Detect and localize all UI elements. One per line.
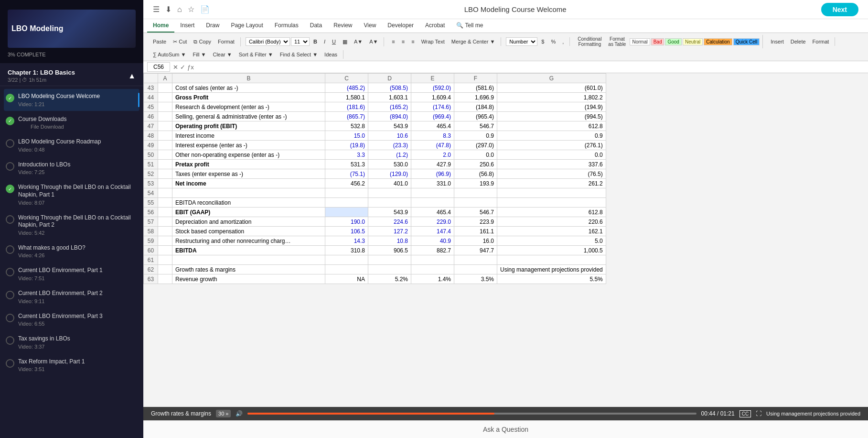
paste-button[interactable]: Paste [150, 37, 169, 46]
cell-g-43[interactable]: (601.0) [497, 83, 606, 93]
lesson-item-1[interactable]: Course Downloads File Download [4, 112, 139, 134]
cell-b-56[interactable]: EBIT (GAAP) [172, 208, 325, 217]
fill-color-button[interactable]: A▼ [351, 37, 365, 46]
bold-button[interactable]: B [311, 37, 320, 46]
cell-e-56[interactable]: 465.4 [411, 208, 454, 217]
format-cells-button[interactable]: Format [810, 37, 832, 46]
cell-b-44[interactable]: Gross Profit [172, 93, 325, 102]
confirm-formula-icon[interactable]: ✓ [180, 64, 185, 71]
cell-f-44[interactable]: 1,696.9 [454, 93, 497, 102]
cell-a-61[interactable] [158, 255, 172, 265]
cell-a-53[interactable] [158, 179, 172, 188]
tab-tell-me[interactable]: 🔍 Tell me [450, 19, 489, 33]
lesson-item-11[interactable]: Tax Reform Impact, Part 1 Video: 3:51 [4, 354, 139, 376]
cell-f-51[interactable]: 250.6 [454, 160, 497, 169]
cell-e-52[interactable]: (96.9) [411, 169, 454, 179]
download-icon[interactable]: ⬇ [165, 5, 171, 14]
cell-a-55[interactable] [158, 198, 172, 208]
insert-function-icon[interactable]: ƒx [187, 64, 194, 71]
format-as-table-button[interactable]: Formatas Table [605, 35, 629, 48]
cell-g-50[interactable]: 0.0 [497, 150, 606, 160]
number-format-select[interactable]: Number [506, 37, 537, 46]
cell-g-62[interactable]: Using management projections provided [497, 265, 606, 274]
tab-page-layout[interactable]: Page Layout [225, 19, 268, 33]
cell-f-43[interactable]: (581.6) [454, 83, 497, 93]
cell-g-51[interactable]: 337.6 [497, 160, 606, 169]
lesson-item-6[interactable]: What makes a good LBO? Video: 4:26 [4, 241, 139, 263]
cell-e-46[interactable]: (969.4) [411, 112, 454, 121]
cell-a-62[interactable] [158, 265, 172, 274]
cancel-formula-icon[interactable]: ✕ [173, 64, 178, 71]
tab-developer[interactable]: Developer [382, 19, 419, 33]
cell-c-43[interactable]: (485.2) [325, 83, 368, 93]
lesson-item-8[interactable]: Current LBO Environment, Part 2 Video: 9… [4, 286, 139, 308]
italic-button[interactable]: I [321, 37, 328, 46]
cell-c-51[interactable]: 531.3 [325, 160, 368, 169]
cell-b-49[interactable]: Interest expense (enter as -) [172, 141, 325, 150]
cell-g-46[interactable]: (994.5) [497, 112, 606, 121]
cell-d-45[interactable]: (165.2) [368, 102, 411, 112]
cell-d-62[interactable] [368, 265, 411, 274]
cell-d-56[interactable]: 543.9 [368, 208, 411, 217]
cell-e-55[interactable] [411, 198, 454, 208]
cell-e-58[interactable]: 147.4 [411, 227, 454, 236]
cell-g-54[interactable] [497, 188, 606, 198]
cell-a-63[interactable] [158, 274, 172, 284]
cell-g-59[interactable]: 5.0 [497, 236, 606, 246]
cell-f-62[interactable] [454, 265, 497, 274]
cell-c-57[interactable]: 190.0 [325, 217, 368, 227]
cell-a-48[interactable] [158, 131, 172, 141]
font-size-select[interactable]: 11 [291, 37, 310, 46]
cell-a-58[interactable] [158, 227, 172, 236]
cell-a-46[interactable] [158, 112, 172, 121]
cell-c-62[interactable] [325, 265, 368, 274]
cell-b-43[interactable]: Cost of sales (enter as -) [172, 83, 325, 93]
cell-f-59[interactable]: 16.0 [454, 236, 497, 246]
border-button[interactable]: ▦ [340, 37, 350, 46]
cell-b-59[interactable]: Restructuring and other nonrecurring cha… [172, 236, 325, 246]
clear-button[interactable]: Clear ▼ [210, 50, 235, 59]
cell-c-56[interactable] [325, 208, 368, 217]
cell-a-56[interactable] [158, 208, 172, 217]
cell-b-53[interactable]: Net income [172, 179, 325, 188]
sort-filter-button[interactable]: Sort & Filter ▼ [236, 50, 276, 59]
cell-c-58[interactable]: 106.5 [325, 227, 368, 236]
align-center-button[interactable]: ≡ [399, 37, 407, 46]
fullscreen-icon[interactable]: ⛶ [756, 410, 761, 417]
cell-f-61[interactable] [454, 255, 497, 265]
conditional-format-button[interactable]: ConditionalFormatting [575, 35, 604, 48]
cell-g-47[interactable]: 612.8 [497, 121, 606, 131]
font-color-button[interactable]: A▼ [366, 37, 381, 46]
cell-e-53[interactable]: 331.0 [411, 179, 454, 188]
cell-g-55[interactable] [497, 198, 606, 208]
tab-formulas[interactable]: Formulas [269, 19, 304, 33]
align-right-button[interactable]: ≡ [408, 37, 417, 46]
cell-d-55[interactable] [368, 198, 411, 208]
cell-e-54[interactable] [411, 188, 454, 198]
currency-button[interactable]: $ [538, 37, 547, 46]
lesson-item-10[interactable]: Tax savings in LBOs Video: 3:37 [4, 331, 139, 353]
cell-d-58[interactable]: 127.2 [368, 227, 411, 236]
cell-d-59[interactable]: 10.8 [368, 236, 411, 246]
cell-e-50[interactable]: 2.0 [411, 150, 454, 160]
cell-b-52[interactable]: Taxes (enter expense as -) [172, 169, 325, 179]
cell-c-53[interactable]: 456.2 [325, 179, 368, 188]
cell-c-48[interactable]: 15.0 [325, 131, 368, 141]
formula-input[interactable] [197, 64, 864, 70]
cell-f-60[interactable]: 947.7 [454, 246, 497, 255]
cell-c-54[interactable] [325, 188, 368, 198]
insert-cells-button[interactable]: Insert [768, 37, 787, 46]
cell-f-48[interactable]: 0.9 [454, 131, 497, 141]
cell-f-63[interactable]: 3.5% [454, 274, 497, 284]
find-select-button[interactable]: Find & Select ▼ [277, 50, 321, 59]
cell-a-54[interactable] [158, 188, 172, 198]
lesson-item-5[interactable]: Working Through the Dell LBO on a Cockta… [4, 210, 139, 240]
cell-b-47[interactable]: Operating profit (EBIT) [172, 121, 325, 131]
cell-b-45[interactable]: Research & development (enter as -) [172, 102, 325, 112]
volume-icon[interactable]: 🔊 [236, 410, 243, 417]
percent-button[interactable]: % [548, 37, 558, 46]
cell-d-43[interactable]: (508.5) [368, 83, 411, 93]
next-button[interactable]: Next [821, 3, 858, 16]
autosum-button[interactable]: ∑ AutoSum ▼ [150, 50, 189, 59]
cell-f-49[interactable]: (297.0) [454, 141, 497, 150]
